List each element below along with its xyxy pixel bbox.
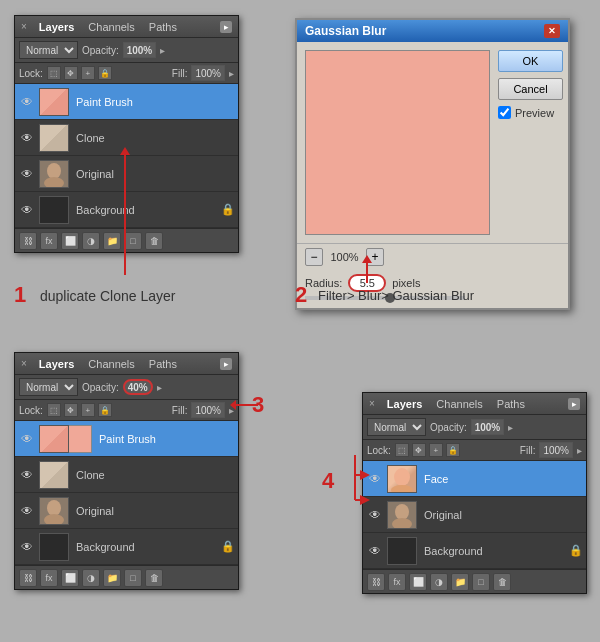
- lock-pixel-1[interactable]: ⬚: [47, 66, 61, 80]
- footer-delete-3[interactable]: 🗑: [493, 573, 511, 591]
- layer-thumb-clone-2: [39, 461, 69, 489]
- svg-point-1: [44, 177, 64, 187]
- lock-all-2[interactable]: +: [81, 403, 95, 417]
- panel2-lock-row: Lock: ⬚ ✥ + 🔒 Fill: 100% ▸: [15, 400, 238, 421]
- opacity-value-1[interactable]: 100%: [123, 42, 157, 58]
- svg-marker-9: [120, 147, 130, 155]
- fill-value-1[interactable]: 100%: [191, 65, 225, 81]
- layer-eye-bg-3[interactable]: 👁: [366, 542, 384, 560]
- tab-layers-3[interactable]: Layers: [381, 396, 428, 412]
- lock-pixel-3[interactable]: ⬚: [395, 443, 409, 457]
- layer-row-paintbrush-1[interactable]: 👁 Paint Brush: [15, 84, 238, 120]
- dialog-close-button[interactable]: ✕: [544, 24, 560, 38]
- blend-mode-select-2[interactable]: Normal: [19, 378, 78, 396]
- footer-adjust-1[interactable]: ◑: [82, 232, 100, 250]
- footer-mask-2[interactable]: ⬜: [61, 569, 79, 587]
- lock-move-1[interactable]: ✥: [64, 66, 78, 80]
- panel1-close[interactable]: ▸: [220, 21, 232, 33]
- fill-label-3: Fill:: [520, 445, 536, 456]
- dialog-cancel-button[interactable]: Cancel: [498, 78, 563, 100]
- footer-fx-1[interactable]: fx: [40, 232, 58, 250]
- zoom-out-button[interactable]: −: [305, 248, 323, 266]
- footer-adjust-3[interactable]: ◑: [430, 573, 448, 591]
- layer-eye-paintbrush-2[interactable]: 👁: [18, 430, 36, 448]
- tab-paths-1[interactable]: Paths: [143, 19, 183, 35]
- blend-mode-select-1[interactable]: Normal: [19, 41, 78, 59]
- dialog-preview-checkbox[interactable]: Preview: [498, 106, 563, 119]
- footer-new-3[interactable]: □: [472, 573, 490, 591]
- layer-eye-original-1[interactable]: 👁: [18, 165, 36, 183]
- layer-name-paintbrush-1: Paint Brush: [76, 96, 133, 108]
- svg-marker-16: [360, 470, 370, 480]
- tab-close-1[interactable]: ×: [21, 21, 27, 32]
- panel3-close[interactable]: ▸: [568, 398, 580, 410]
- lock-all-3[interactable]: +: [429, 443, 443, 457]
- layer-row-original-3[interactable]: 👁 Original: [363, 497, 586, 533]
- lock-pos-2[interactable]: 🔒: [98, 403, 112, 417]
- layer-eye-paintbrush-1[interactable]: 👁: [18, 93, 36, 111]
- layer-lock-bg-2: 🔒: [221, 540, 235, 553]
- footer-link-2[interactable]: ⛓: [19, 569, 37, 587]
- lock-pos-3[interactable]: 🔒: [446, 443, 460, 457]
- lock-move-2[interactable]: ✥: [64, 403, 78, 417]
- footer-link-3[interactable]: ⛓: [367, 573, 385, 591]
- layer-eye-clone-1[interactable]: 👁: [18, 129, 36, 147]
- layer-eye-bg-1[interactable]: 👁: [18, 201, 36, 219]
- opacity-value-3[interactable]: 100%: [471, 419, 505, 435]
- panel2-close[interactable]: ▸: [220, 358, 232, 370]
- tab-channels-2[interactable]: Channels: [82, 356, 140, 372]
- opacity-value-2[interactable]: 40%: [123, 379, 153, 395]
- footer-delete-1[interactable]: 🗑: [145, 232, 163, 250]
- layer-row-clone-2[interactable]: 👁 Clone: [15, 457, 238, 493]
- svg-point-5: [391, 485, 413, 492]
- lock-move-3[interactable]: ✥: [412, 443, 426, 457]
- layer-name-bg-2: Background: [76, 541, 135, 553]
- panel1-tabs: × Layers Channels Paths: [21, 19, 183, 35]
- layer-thumb-paintbrush-2: [39, 425, 69, 453]
- fill-value-3[interactable]: 100%: [539, 442, 573, 458]
- tab-layers-2[interactable]: Layers: [33, 356, 80, 372]
- tab-paths-2[interactable]: Paths: [143, 356, 183, 372]
- tab-close-3[interactable]: ×: [369, 398, 375, 409]
- layer-eye-original-2[interactable]: 👁: [18, 502, 36, 520]
- lock-all-1[interactable]: +: [81, 66, 95, 80]
- layer-row-bg-2[interactable]: 👁 Background 🔒: [15, 529, 238, 565]
- preview-checkbox-input[interactable]: [498, 106, 511, 119]
- layer-row-bg-3[interactable]: 👁 Background 🔒: [363, 533, 586, 569]
- dialog-ok-button[interactable]: OK: [498, 50, 563, 72]
- layer-row-paintbrush-2[interactable]: 👁 Paint Brush: [15, 421, 238, 457]
- footer-delete-2[interactable]: 🗑: [145, 569, 163, 587]
- footer-fx-2[interactable]: fx: [40, 569, 58, 587]
- tab-layers-1[interactable]: Layers: [33, 19, 80, 35]
- blend-mode-select-3[interactable]: Normal: [367, 418, 426, 436]
- layer-eye-bg-2[interactable]: 👁: [18, 538, 36, 556]
- footer-folder-1[interactable]: 📁: [103, 232, 121, 250]
- footer-folder-2[interactable]: 📁: [103, 569, 121, 587]
- footer-fx-3[interactable]: fx: [388, 573, 406, 591]
- lock-label-2: Lock:: [19, 405, 43, 416]
- layer-thumb-original-3: [387, 501, 417, 529]
- tab-close-2[interactable]: ×: [21, 358, 27, 369]
- fill-value-2[interactable]: 100%: [191, 402, 225, 418]
- step2-text: Filter> Blur> Gaussian Blur: [318, 288, 474, 303]
- tab-paths-3[interactable]: Paths: [491, 396, 531, 412]
- footer-new-2[interactable]: □: [124, 569, 142, 587]
- footer-mask-3[interactable]: ⬜: [409, 573, 427, 591]
- tab-channels-1[interactable]: Channels: [82, 19, 140, 35]
- footer-link-1[interactable]: ⛓: [19, 232, 37, 250]
- layer-eye-clone-2[interactable]: 👁: [18, 466, 36, 484]
- layer-row-original-2[interactable]: 👁 Original: [15, 493, 238, 529]
- svg-point-3: [44, 514, 64, 524]
- svg-point-4: [394, 468, 410, 486]
- step2-arrow: [362, 255, 372, 285]
- lock-pos-1[interactable]: 🔒: [98, 66, 112, 80]
- opacity-label-2: Opacity:: [82, 382, 119, 393]
- footer-folder-3[interactable]: 📁: [451, 573, 469, 591]
- lock-pixel-2[interactable]: ⬚: [47, 403, 61, 417]
- footer-adjust-2[interactable]: ◑: [82, 569, 100, 587]
- svg-point-0: [47, 163, 61, 179]
- tab-channels-3[interactable]: Channels: [430, 396, 488, 412]
- fill-label-1: Fill:: [172, 68, 188, 79]
- layer-row-face[interactable]: 👁 Face: [363, 461, 586, 497]
- footer-mask-1[interactable]: ⬜: [61, 232, 79, 250]
